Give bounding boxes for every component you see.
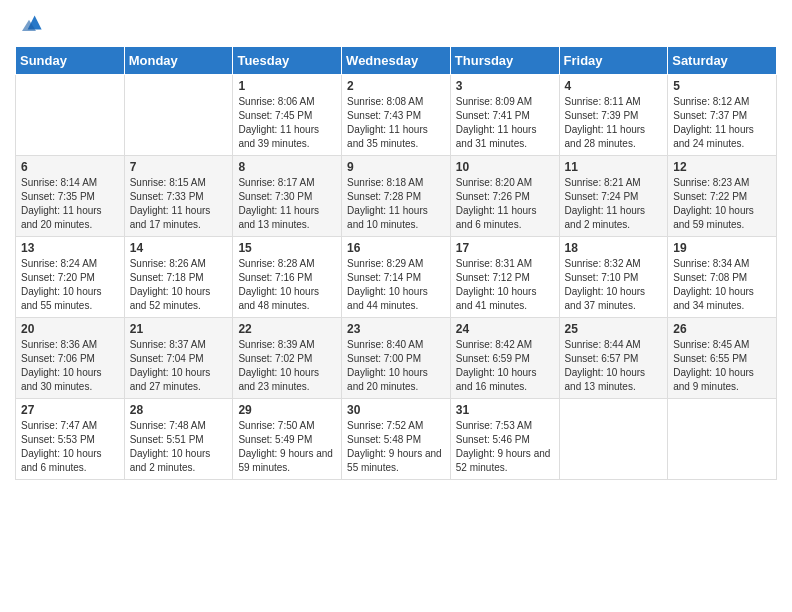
day-detail: Sunrise: 8:29 AM Sunset: 7:14 PM Dayligh… (347, 257, 445, 313)
calendar-cell: 29Sunrise: 7:50 AM Sunset: 5:49 PM Dayli… (233, 399, 342, 480)
day-detail: Sunrise: 7:50 AM Sunset: 5:49 PM Dayligh… (238, 419, 336, 475)
page: SundayMondayTuesdayWednesdayThursdayFrid… (0, 0, 792, 612)
day-detail: Sunrise: 8:26 AM Sunset: 7:18 PM Dayligh… (130, 257, 228, 313)
day-detail: Sunrise: 8:45 AM Sunset: 6:55 PM Dayligh… (673, 338, 771, 394)
day-number: 29 (238, 403, 336, 417)
calendar-cell: 31Sunrise: 7:53 AM Sunset: 5:46 PM Dayli… (450, 399, 559, 480)
calendar-cell: 8Sunrise: 8:17 AM Sunset: 7:30 PM Daylig… (233, 156, 342, 237)
day-number: 6 (21, 160, 119, 174)
day-number: 16 (347, 241, 445, 255)
day-detail: Sunrise: 8:34 AM Sunset: 7:08 PM Dayligh… (673, 257, 771, 313)
day-detail: Sunrise: 8:36 AM Sunset: 7:06 PM Dayligh… (21, 338, 119, 394)
calendar-cell: 14Sunrise: 8:26 AM Sunset: 7:18 PM Dayli… (124, 237, 233, 318)
calendar-header-cell: Thursday (450, 47, 559, 75)
day-number: 7 (130, 160, 228, 174)
day-number: 21 (130, 322, 228, 336)
calendar-cell (124, 75, 233, 156)
calendar-header-cell: Monday (124, 47, 233, 75)
calendar-week-row: 27Sunrise: 7:47 AM Sunset: 5:53 PM Dayli… (16, 399, 777, 480)
calendar-cell: 27Sunrise: 7:47 AM Sunset: 5:53 PM Dayli… (16, 399, 125, 480)
calendar-cell: 9Sunrise: 8:18 AM Sunset: 7:28 PM Daylig… (342, 156, 451, 237)
calendar-body: 1Sunrise: 8:06 AM Sunset: 7:45 PM Daylig… (16, 75, 777, 480)
day-detail: Sunrise: 8:23 AM Sunset: 7:22 PM Dayligh… (673, 176, 771, 232)
calendar-cell: 25Sunrise: 8:44 AM Sunset: 6:57 PM Dayli… (559, 318, 668, 399)
calendar-cell: 15Sunrise: 8:28 AM Sunset: 7:16 PM Dayli… (233, 237, 342, 318)
day-number: 23 (347, 322, 445, 336)
day-detail: Sunrise: 8:06 AM Sunset: 7:45 PM Dayligh… (238, 95, 336, 151)
day-number: 8 (238, 160, 336, 174)
day-detail: Sunrise: 8:31 AM Sunset: 7:12 PM Dayligh… (456, 257, 554, 313)
day-detail: Sunrise: 7:47 AM Sunset: 5:53 PM Dayligh… (21, 419, 119, 475)
day-detail: Sunrise: 7:48 AM Sunset: 5:51 PM Dayligh… (130, 419, 228, 475)
day-number: 10 (456, 160, 554, 174)
calendar-week-row: 6Sunrise: 8:14 AM Sunset: 7:35 PM Daylig… (16, 156, 777, 237)
calendar-table: SundayMondayTuesdayWednesdayThursdayFrid… (15, 46, 777, 480)
calendar-cell: 4Sunrise: 8:11 AM Sunset: 7:39 PM Daylig… (559, 75, 668, 156)
day-detail: Sunrise: 8:40 AM Sunset: 7:00 PM Dayligh… (347, 338, 445, 394)
calendar-cell: 19Sunrise: 8:34 AM Sunset: 7:08 PM Dayli… (668, 237, 777, 318)
day-detail: Sunrise: 8:37 AM Sunset: 7:04 PM Dayligh… (130, 338, 228, 394)
day-detail: Sunrise: 7:53 AM Sunset: 5:46 PM Dayligh… (456, 419, 554, 475)
calendar-header-cell: Tuesday (233, 47, 342, 75)
calendar-cell: 28Sunrise: 7:48 AM Sunset: 5:51 PM Dayli… (124, 399, 233, 480)
logo-icon (15, 10, 43, 38)
day-detail: Sunrise: 8:18 AM Sunset: 7:28 PM Dayligh… (347, 176, 445, 232)
day-number: 24 (456, 322, 554, 336)
day-number: 28 (130, 403, 228, 417)
day-number: 17 (456, 241, 554, 255)
day-detail: Sunrise: 8:15 AM Sunset: 7:33 PM Dayligh… (130, 176, 228, 232)
day-number: 9 (347, 160, 445, 174)
calendar-header-cell: Friday (559, 47, 668, 75)
day-number: 18 (565, 241, 663, 255)
calendar-header-cell: Wednesday (342, 47, 451, 75)
header (15, 10, 777, 38)
calendar-header-cell: Saturday (668, 47, 777, 75)
day-detail: Sunrise: 8:42 AM Sunset: 6:59 PM Dayligh… (456, 338, 554, 394)
calendar-cell: 2Sunrise: 8:08 AM Sunset: 7:43 PM Daylig… (342, 75, 451, 156)
calendar-cell: 13Sunrise: 8:24 AM Sunset: 7:20 PM Dayli… (16, 237, 125, 318)
logo (15, 10, 47, 38)
calendar-cell: 26Sunrise: 8:45 AM Sunset: 6:55 PM Dayli… (668, 318, 777, 399)
day-number: 31 (456, 403, 554, 417)
calendar-cell (16, 75, 125, 156)
calendar-cell: 3Sunrise: 8:09 AM Sunset: 7:41 PM Daylig… (450, 75, 559, 156)
day-number: 22 (238, 322, 336, 336)
day-number: 5 (673, 79, 771, 93)
day-number: 15 (238, 241, 336, 255)
calendar-week-row: 13Sunrise: 8:24 AM Sunset: 7:20 PM Dayli… (16, 237, 777, 318)
day-number: 4 (565, 79, 663, 93)
calendar-cell: 7Sunrise: 8:15 AM Sunset: 7:33 PM Daylig… (124, 156, 233, 237)
calendar-week-row: 20Sunrise: 8:36 AM Sunset: 7:06 PM Dayli… (16, 318, 777, 399)
calendar-cell: 5Sunrise: 8:12 AM Sunset: 7:37 PM Daylig… (668, 75, 777, 156)
day-detail: Sunrise: 8:14 AM Sunset: 7:35 PM Dayligh… (21, 176, 119, 232)
day-number: 12 (673, 160, 771, 174)
day-detail: Sunrise: 8:17 AM Sunset: 7:30 PM Dayligh… (238, 176, 336, 232)
calendar-cell: 6Sunrise: 8:14 AM Sunset: 7:35 PM Daylig… (16, 156, 125, 237)
day-detail: Sunrise: 8:28 AM Sunset: 7:16 PM Dayligh… (238, 257, 336, 313)
day-detail: Sunrise: 8:24 AM Sunset: 7:20 PM Dayligh… (21, 257, 119, 313)
day-number: 25 (565, 322, 663, 336)
calendar-cell (559, 399, 668, 480)
day-number: 14 (130, 241, 228, 255)
calendar-header-cell: Sunday (16, 47, 125, 75)
day-number: 11 (565, 160, 663, 174)
day-number: 3 (456, 79, 554, 93)
calendar-cell: 17Sunrise: 8:31 AM Sunset: 7:12 PM Dayli… (450, 237, 559, 318)
calendar-cell: 21Sunrise: 8:37 AM Sunset: 7:04 PM Dayli… (124, 318, 233, 399)
day-number: 27 (21, 403, 119, 417)
day-detail: Sunrise: 8:32 AM Sunset: 7:10 PM Dayligh… (565, 257, 663, 313)
day-number: 1 (238, 79, 336, 93)
calendar-cell: 23Sunrise: 8:40 AM Sunset: 7:00 PM Dayli… (342, 318, 451, 399)
day-detail: Sunrise: 7:52 AM Sunset: 5:48 PM Dayligh… (347, 419, 445, 475)
day-number: 2 (347, 79, 445, 93)
day-detail: Sunrise: 8:11 AM Sunset: 7:39 PM Dayligh… (565, 95, 663, 151)
calendar-cell: 24Sunrise: 8:42 AM Sunset: 6:59 PM Dayli… (450, 318, 559, 399)
day-detail: Sunrise: 8:08 AM Sunset: 7:43 PM Dayligh… (347, 95, 445, 151)
calendar-cell: 30Sunrise: 7:52 AM Sunset: 5:48 PM Dayli… (342, 399, 451, 480)
day-number: 20 (21, 322, 119, 336)
calendar-cell: 11Sunrise: 8:21 AM Sunset: 7:24 PM Dayli… (559, 156, 668, 237)
calendar-header-row: SundayMondayTuesdayWednesdayThursdayFrid… (16, 47, 777, 75)
calendar-cell (668, 399, 777, 480)
day-detail: Sunrise: 8:12 AM Sunset: 7:37 PM Dayligh… (673, 95, 771, 151)
calendar-week-row: 1Sunrise: 8:06 AM Sunset: 7:45 PM Daylig… (16, 75, 777, 156)
